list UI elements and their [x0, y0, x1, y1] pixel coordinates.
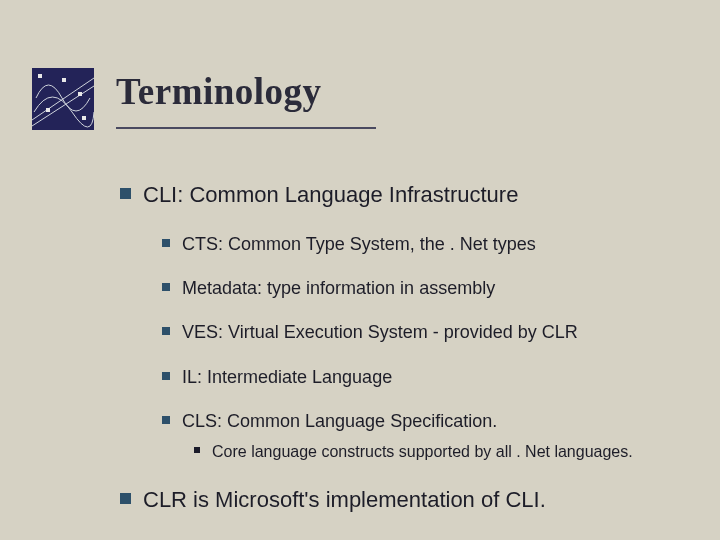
svg-rect-4 [62, 78, 66, 82]
square-bullet-icon [120, 188, 131, 199]
ornament-icon [32, 68, 94, 130]
svg-rect-3 [38, 74, 42, 78]
bullet-il: IL: Intermediate Language [162, 365, 692, 389]
bullet-text: IL: Intermediate Language [182, 365, 392, 389]
bullet-cli: CLI: Common Language Infrastructure [120, 180, 692, 210]
bullet-cls: CLS: Common Language Specification. [162, 409, 692, 433]
slide-title: Terminology [116, 70, 376, 113]
square-bullet-icon [162, 327, 170, 335]
bullet-text: Core language constructs supported by al… [212, 441, 633, 463]
svg-rect-6 [46, 108, 50, 112]
bullet-text: CLS: Common Language Specification. [182, 409, 497, 433]
svg-rect-7 [82, 116, 86, 120]
square-bullet-icon [162, 239, 170, 247]
bullet-text: CLI: Common Language Infrastructure [143, 180, 518, 210]
square-bullet-icon [162, 283, 170, 291]
square-bullet-icon [120, 493, 131, 504]
bullet-cls-detail: Core language constructs supported by al… [194, 441, 692, 463]
svg-rect-5 [78, 92, 82, 96]
bullet-text: CLR is Microsoft's implementation of CLI… [143, 485, 546, 515]
bullet-clr: CLR is Microsoft's implementation of CLI… [120, 485, 692, 515]
sub-bullets: CTS: Common Type System, the . Net types… [162, 232, 692, 463]
square-bullet-icon [194, 447, 200, 453]
slide: Terminology CLI: Common Language Infrast… [0, 0, 720, 540]
bullet-text: CTS: Common Type System, the . Net types [182, 232, 536, 256]
title-underline [116, 127, 376, 129]
bullet-text: Metadata: type information in assembly [182, 276, 495, 300]
cls-detail-block: Core language constructs supported by al… [194, 441, 692, 463]
bullet-cts: CTS: Common Type System, the . Net types [162, 232, 692, 256]
bullet-metadata: Metadata: type information in assembly [162, 276, 692, 300]
title-block: Terminology [116, 70, 376, 129]
bullet-ves: VES: Virtual Execution System - provided… [162, 320, 692, 344]
square-bullet-icon [162, 372, 170, 380]
content: CLI: Common Language Infrastructure CTS:… [120, 180, 692, 514]
bullet-text: VES: Virtual Execution System - provided… [182, 320, 578, 344]
square-bullet-icon [162, 416, 170, 424]
